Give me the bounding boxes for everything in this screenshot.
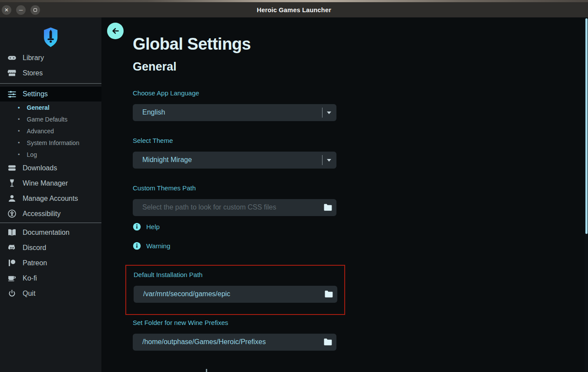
subnav-label: Game Defaults — [27, 116, 67, 123]
sidebar-item-label: Discord — [23, 244, 46, 252]
warning-link[interactable]: Warning — [133, 240, 368, 252]
theme-select[interactable]: Midnight Mirage — [133, 152, 336, 169]
theme-label: Select Theme — [133, 137, 368, 144]
install-path-input[interactable] — [134, 290, 320, 298]
discord-icon — [7, 243, 17, 252]
arrow-left-icon — [111, 27, 120, 35]
sliders-icon — [7, 90, 17, 99]
window-controls: ✕ ─ — [2, 2, 40, 17]
settings-subitem-system-information[interactable]: System Information — [0, 137, 101, 149]
sidebar-item-label: Downloads — [23, 164, 57, 172]
wine-prefix-input[interactable] — [133, 338, 319, 346]
sidebar-divider — [0, 83, 101, 84]
sidebar-item-library[interactable]: Library — [0, 50, 101, 65]
settings-subitem-general[interactable]: General — [0, 101, 101, 113]
window-title: Heroic Games Launcher — [257, 7, 331, 14]
gamepad-icon — [7, 53, 17, 62]
select-divider — [322, 108, 323, 118]
sidebar-item-patreon[interactable]: Patreon — [0, 255, 101, 271]
custom-themes-path-label: Custom Themes Path — [133, 184, 368, 192]
subnav-label: System Information — [27, 139, 80, 146]
sidebar-item-label: Documentation — [23, 229, 70, 237]
sidebar-item-downloads[interactable]: Downloads — [0, 160, 101, 176]
chevron-down-icon — [327, 112, 331, 114]
close-icon: ✕ — [4, 7, 9, 13]
install-path-browse-button[interactable] — [320, 286, 337, 303]
minimize-button[interactable]: ─ — [16, 5, 26, 15]
sidebar-item-label: Settings — [23, 90, 48, 98]
folder-icon — [323, 338, 333, 346]
sidebar-item-label: Stores — [23, 69, 43, 77]
sidebar-item-stores[interactable]: Stores — [0, 65, 101, 81]
close-button[interactable]: ✕ — [2, 5, 11, 15]
scrollbar-track[interactable] — [585, 17, 588, 372]
sidebar-item-quit[interactable]: Quit — [0, 286, 101, 301]
install-path-label: Default Installation Path — [134, 271, 344, 278]
settings-subitem-game-defaults[interactable]: Game Defaults — [0, 113, 101, 125]
install-path-field — [134, 286, 337, 303]
sidebar-item-accessibility[interactable]: Accessibility — [0, 206, 101, 221]
back-button[interactable] — [107, 23, 124, 39]
maximize-icon — [34, 8, 37, 12]
language-select[interactable]: English — [133, 104, 336, 121]
custom-themes-path-input[interactable] — [133, 203, 319, 211]
custom-themes-browse-button[interactable] — [319, 199, 336, 216]
settings-subitem-log[interactable]: Log — [0, 149, 101, 160]
warning-label: Warning — [146, 242, 170, 250]
maximize-button[interactable] — [30, 5, 40, 15]
heroic-shield-logo-icon — [43, 27, 59, 47]
user-icon — [7, 194, 17, 203]
accessibility-icon — [7, 209, 17, 218]
subnav-label: General — [27, 104, 50, 111]
sidebar-item-manage-accounts[interactable]: Manage Accounts — [0, 191, 101, 206]
help-label: Help — [146, 223, 160, 230]
patreon-icon — [7, 258, 17, 267]
custom-themes-path-field — [133, 199, 336, 216]
theme-selected-value: Midnight Mirage — [142, 156, 192, 164]
sidebar-item-label: Wine Manager — [23, 179, 68, 187]
wine-prefix-label: Set Folder for new Wine Prefixes — [133, 319, 368, 326]
sidebar-item-label: Quit — [23, 290, 35, 298]
folder-icon — [323, 203, 333, 211]
storefront-icon — [7, 68, 17, 78]
sidebar-item-label: Accessibility — [23, 210, 60, 218]
sidebar: Library Stores Settings General Game Def… — [0, 17, 101, 372]
wine-prefix-field — [133, 334, 336, 351]
sidebar-item-label: Patreon — [23, 259, 47, 267]
chevron-down-icon — [327, 159, 331, 162]
page-title: Global Settings — [133, 36, 368, 53]
info-icon — [133, 223, 141, 231]
highlight-outline: Default Installation Path — [125, 265, 345, 315]
stack-icon — [7, 163, 17, 172]
language-selected-value: English — [142, 108, 165, 116]
section-title: General — [133, 60, 368, 74]
scrollbar-thumb[interactable] — [585, 18, 588, 234]
sidebar-divider — [0, 223, 101, 223]
book-icon — [7, 228, 17, 237]
sidebar-item-wine-manager[interactable]: Wine Manager — [0, 176, 101, 191]
language-label: Choose App Language — [133, 89, 368, 97]
power-icon — [7, 289, 17, 298]
sidebar-item-label: Ko-fi — [23, 274, 37, 282]
coffee-cup-icon — [7, 274, 17, 283]
sidebar-item-label: Library — [23, 54, 44, 62]
subnav-label: Advanced — [27, 128, 54, 135]
app-window: ✕ ─ Heroic Games Launcher — [0, 0, 588, 372]
sidebar-item-settings[interactable]: Settings — [0, 87, 101, 101]
help-link[interactable]: Help — [133, 221, 368, 233]
wine-prefix-browse-button[interactable] — [319, 334, 336, 351]
wine-glass-icon — [7, 179, 17, 188]
settings-subitem-advanced[interactable]: Advanced — [0, 125, 101, 137]
folder-icon — [324, 290, 333, 298]
select-divider — [322, 155, 323, 165]
sidebar-item-documentation[interactable]: Documentation — [0, 225, 101, 240]
titlebar[interactable]: ✕ ─ Heroic Games Launcher — [0, 2, 588, 17]
sidebar-item-label: Manage Accounts — [23, 195, 78, 203]
info-icon — [133, 242, 141, 250]
minimize-icon: ─ — [19, 7, 23, 13]
app-logo[interactable] — [0, 17, 101, 50]
subnav-label: Log — [27, 151, 37, 158]
sidebar-item-discord[interactable]: Discord — [0, 240, 101, 255]
clipped-next-element — [206, 369, 207, 372]
sidebar-item-kofi[interactable]: Ko-fi — [0, 271, 101, 286]
